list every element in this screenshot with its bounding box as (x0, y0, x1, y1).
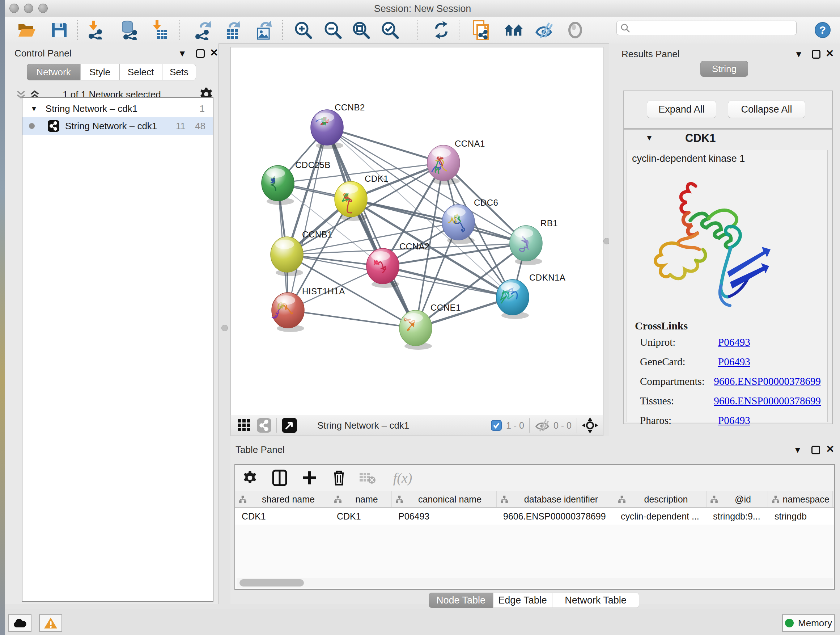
float-panel-icon[interactable] (196, 49, 205, 58)
duplicate-network-icon[interactable] (471, 20, 491, 40)
import-table-icon[interactable] (149, 20, 169, 40)
show-all-icon[interactable] (565, 20, 585, 40)
search-input[interactable] (616, 21, 797, 35)
close-panel-icon[interactable]: ✕ (826, 445, 834, 454)
network-node-HIST1H1A[interactable] (272, 293, 304, 332)
network-edge[interactable] (327, 127, 444, 163)
grid-view-icon[interactable] (237, 418, 251, 432)
panel-menu-icon[interactable]: ▼ (794, 49, 803, 59)
network-node-CDK1[interactable] (335, 181, 367, 221)
network-edge[interactable] (327, 127, 416, 328)
network-node-CCNB2[interactable] (311, 110, 343, 149)
import-network-file-icon[interactable] (85, 20, 106, 40)
control-panel: Control Panel ▼ ✕ Network Style Select S… (5, 43, 219, 604)
crosslink-link[interactable]: P06493 (718, 336, 750, 348)
export-image-icon[interactable] (254, 20, 274, 40)
warning-button[interactable] (39, 614, 62, 632)
cytoscape-window: Session: New Session (0, 0, 840, 635)
title-bar: Session: New Session (5, 0, 840, 17)
zoom-out-icon[interactable] (323, 20, 343, 40)
close-panel-icon[interactable]: ✕ (210, 49, 218, 57)
network-canvas[interactable]: CCNB2CCNA1CDC25BCDK1CDC6RB1CCNB1CCNA2CDK… (231, 47, 603, 415)
toolbar-separator (529, 418, 530, 432)
export-network-icon[interactable] (193, 20, 213, 40)
table-cell: CDK1 (330, 508, 392, 524)
tab-select[interactable]: Select (119, 64, 162, 80)
network-node-CCNE1[interactable] (399, 310, 432, 350)
crosslink-link[interactable]: P06493 (718, 415, 750, 426)
tab-string[interactable]: String (700, 61, 748, 77)
float-panel-icon[interactable] (812, 50, 821, 59)
network-edge[interactable] (288, 127, 327, 310)
column-header-name[interactable]: name (330, 491, 392, 507)
tab-sets[interactable]: Sets (162, 64, 196, 80)
column-header-shared-name[interactable]: shared name (235, 491, 330, 507)
network-node-CCNA2[interactable] (366, 249, 399, 288)
selected-checkbox-icon[interactable] (491, 420, 502, 431)
fit-content-crosshair-icon[interactable] (582, 417, 598, 433)
crosslink-link[interactable]: 9606.ENSP00000378699 (714, 375, 821, 387)
scrollbar-thumb[interactable] (240, 579, 304, 586)
network-node-CDC25B[interactable] (262, 165, 294, 205)
float-panel-icon[interactable] (812, 446, 820, 454)
zoom-selected-icon[interactable] (380, 20, 400, 40)
first-neighbors-icon[interactable] (504, 20, 524, 40)
panel-menu-icon[interactable]: ▼ (793, 445, 802, 455)
network-node-CDKN1A[interactable] (496, 279, 529, 319)
hidden-eye-icon[interactable] (535, 419, 550, 432)
create-column-icon[interactable] (300, 468, 319, 488)
hide-selected-icon[interactable] (534, 20, 554, 40)
delete-column-icon[interactable] (329, 468, 349, 488)
zoom-fit-icon[interactable] (351, 20, 371, 40)
column-header-namespace[interactable]: namespace (768, 491, 833, 507)
network-edge[interactable] (288, 310, 416, 328)
close-panel-icon[interactable]: ✕ (826, 49, 834, 58)
crosslink-link[interactable]: 9606.ENSP00000378699 (714, 395, 821, 407)
memory-button[interactable]: Memory (782, 614, 835, 632)
left-splitter-handle[interactable] (221, 325, 228, 331)
table-horizontal-scrollbar[interactable] (237, 578, 833, 587)
network-node-RB1[interactable] (510, 226, 542, 265)
table-header-row: shared namenamecanonical namedatabase id… (235, 491, 834, 508)
gene-section-collapse-icon[interactable]: ▼ (645, 133, 653, 143)
export-table-icon[interactable] (223, 20, 243, 40)
node-label-CCNB1: CCNB1 (302, 230, 332, 240)
tab-network-table[interactable]: Network Table (552, 593, 639, 608)
network-collection-row[interactable]: ▼ String Network – cdk1 1 (22, 100, 213, 117)
table-cell: stringdb (768, 508, 833, 524)
table-settings-gear-icon[interactable] (240, 468, 260, 488)
save-session-icon[interactable] (49, 20, 69, 40)
tab-network[interactable]: Network (27, 64, 80, 80)
network-node-CCNB1[interactable] (271, 237, 303, 276)
svg-text:?: ? (819, 24, 826, 36)
network-share-icon[interactable] (257, 418, 271, 432)
open-session-icon[interactable] (17, 20, 37, 40)
show-columns-icon[interactable] (270, 468, 289, 488)
table-row[interactable]: CDK1CDK1P064939606.ENSP00000378699cyclin… (235, 508, 834, 524)
network-edge[interactable] (351, 199, 526, 243)
help-icon[interactable]: ? (813, 20, 833, 40)
tab-edge-table[interactable]: Edge Table (493, 593, 552, 608)
panel-menu-icon[interactable]: ▼ (178, 49, 187, 59)
birdseye-view-icon[interactable] (282, 418, 297, 433)
delete-table-icon[interactable] (357, 468, 377, 488)
node-label-CDK1: CDK1 (365, 174, 388, 184)
tab-style[interactable]: Style (80, 64, 119, 80)
column-header-description[interactable]: description (614, 491, 706, 507)
column-header-canonical-name[interactable]: canonical name (392, 491, 497, 507)
network-node-CCNA1[interactable] (427, 145, 460, 185)
import-network-database-icon[interactable] (118, 20, 139, 40)
column-header--id[interactable]: @id (706, 491, 768, 507)
zoom-in-icon[interactable] (293, 20, 313, 40)
expand-all-button[interactable]: Expand All (647, 101, 716, 118)
collection-expand-icon[interactable]: ▼ (30, 105, 38, 113)
refresh-icon[interactable] (431, 20, 452, 40)
column-header-database-identifier[interactable]: database identifier (497, 491, 614, 507)
cloud-button[interactable] (8, 614, 32, 632)
crosslink-link[interactable]: P06493 (718, 356, 750, 368)
collapse-all-button[interactable]: Collapse All (728, 101, 805, 118)
network-row-selected[interactable]: String Network – cdk1 11 48 (22, 117, 213, 135)
network-node-CDC6[interactable] (442, 204, 475, 244)
function-builder-icon[interactable]: f(x) (386, 468, 419, 488)
tab-node-table[interactable]: Node Table (429, 593, 493, 608)
